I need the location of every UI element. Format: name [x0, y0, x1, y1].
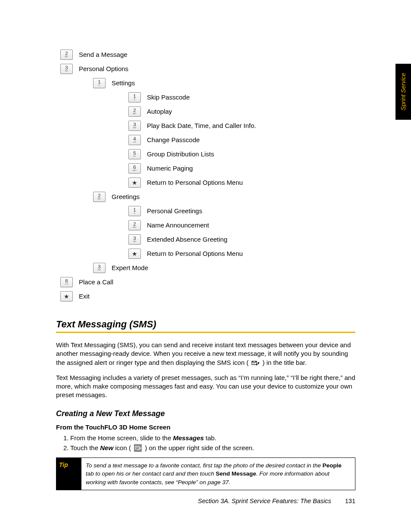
menu-row: ★Exit: [56, 289, 355, 303]
tip-text: To send a text message to a favorite con…: [81, 458, 355, 490]
menu-row: 6MNONumeric Paging: [56, 161, 355, 175]
menu-label: Greetings: [112, 193, 140, 200]
keycap-icon: 3DEF: [93, 263, 106, 273]
new-message-icon: [134, 444, 142, 453]
menu-label: Extended Absence Greeting: [147, 236, 227, 243]
paragraph-2: Text Messaging includes a variety of pre…: [56, 373, 355, 400]
menu-label: Play Back Date, Time, and Caller Info.: [147, 122, 256, 129]
menu-row: 2ABCAutoplay: [56, 104, 355, 118]
keycap-icon: 1@: [128, 206, 141, 216]
menu-row: 2ABCGreetings: [56, 190, 355, 204]
keycap-icon: 3DEF: [128, 121, 141, 131]
page-number: 131: [345, 498, 355, 504]
step-2: 2.Touch the New icon ( ) on the upper ri…: [56, 444, 355, 453]
menu-row: 8TUVPlace a Call: [56, 275, 355, 289]
menu-row: ★Return to Personal Options Menu: [56, 175, 355, 190]
menu-row: 1@Personal Greetings: [56, 204, 355, 218]
menu-label: Expert Mode: [112, 264, 148, 271]
menu-label: Skip Passcode: [147, 93, 190, 101]
menu-row: 2ABCSend a Message: [56, 47, 355, 62]
menu-label: Personal Greetings: [147, 207, 202, 215]
menu-label: Name Announcement: [147, 221, 209, 229]
menu-row: 3DEFExtended Absence Greeting: [56, 232, 355, 246]
keycap-icon: 1@: [128, 92, 141, 103]
keycap-icon: ★: [128, 249, 141, 259]
keycap-icon: ★: [128, 177, 141, 188]
keycap-icon: 2ABC: [60, 50, 73, 60]
page-footer: Section 3A. Sprint Service Features: The…: [56, 498, 355, 504]
keycap-icon: 2ABC: [93, 192, 106, 202]
menu-row: 3DEFPlay Back Date, Time, and Caller Inf…: [56, 118, 355, 133]
menu-label: Personal Options: [79, 65, 128, 72]
keycap-icon: 3DEF: [60, 64, 73, 74]
menu-label: Settings: [112, 79, 135, 87]
menu-label: Autoplay: [147, 108, 172, 115]
menu-label: Return to Personal Options Menu: [147, 179, 243, 186]
paragraph-1: With Text Messaging (SMS), you can send …: [56, 341, 355, 368]
subhead: Creating a New Text Message: [56, 409, 355, 418]
keycap-icon: 1@: [93, 78, 106, 88]
keycap-icon: 2ABC: [128, 220, 141, 230]
menu-label: Return to Personal Options Menu: [147, 250, 243, 257]
menu-label: Place a Call: [79, 278, 113, 286]
side-tab-label: Sprint Service: [400, 73, 407, 110]
footer-text: Section 3A. Sprint Service Features: The…: [198, 498, 331, 504]
sub-subhead: From the TouchFLO 3D Home Screen: [56, 423, 355, 431]
keycap-icon: 5JKL: [128, 149, 141, 159]
keycap-icon: 6MNO: [128, 163, 141, 174]
section-title: Text Messaging (SMS): [56, 319, 355, 330]
menu-label: Exit: [79, 292, 90, 300]
keycap-icon: ★: [60, 291, 73, 302]
side-tab: Sprint Service: [395, 64, 411, 120]
menu-row: 3DEFPersonal Options: [56, 62, 355, 76]
menu-row: 3DEFExpert Mode: [56, 261, 355, 275]
menu-row: 2ABCName Announcement: [56, 218, 355, 232]
voicemail-menu-tree: 2ABCSend a Message3DEFPersonal Options1@…: [56, 47, 355, 303]
section-rule: [56, 332, 355, 333]
tip-label: Tip: [56, 458, 81, 490]
step-1: 1.From the Home screen, slide to the Mes…: [56, 434, 355, 442]
menu-label: Change Passcode: [147, 136, 200, 143]
keycap-icon: 2ABC: [128, 106, 141, 117]
menu-row: 1@Skip Passcode: [56, 90, 355, 104]
menu-row: ★Return to Personal Options Menu: [56, 246, 355, 261]
keycap-icon: 3DEF: [128, 234, 141, 245]
keycap-icon: 8TUV: [60, 277, 73, 287]
tip-box: Tip To send a text message to a favorite…: [56, 457, 355, 491]
keycap-icon: 4GHI: [128, 135, 141, 145]
menu-row: 4GHIChange Passcode: [56, 133, 355, 147]
menu-row: 1@Settings: [56, 76, 355, 90]
menu-row: 5JKLGroup Distribution Lists: [56, 147, 355, 161]
menu-label: Send a Message: [79, 51, 128, 58]
menu-label: Group Distribution Lists: [147, 150, 214, 158]
sms-icon: [252, 360, 259, 368]
menu-label: Numeric Paging: [147, 165, 193, 172]
